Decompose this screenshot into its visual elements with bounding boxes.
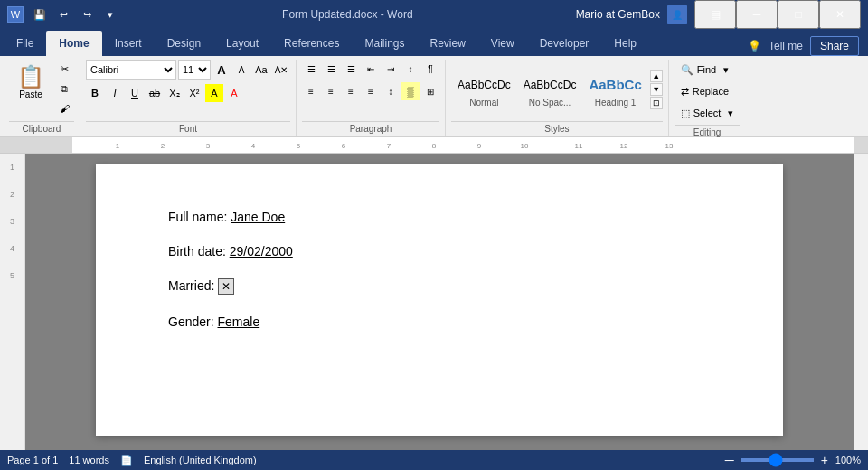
- tab-insert[interactable]: Insert: [102, 31, 155, 56]
- word-count: 11 words: [69, 455, 109, 465]
- bold-button[interactable]: B: [86, 84, 104, 102]
- para-row-1: ☰ ☰ ☰ ⇤ ⇥ ↕ ¶: [302, 60, 439, 78]
- document-area[interactable]: Full name: Jane Doe Birth date: 29/02/20…: [25, 154, 854, 450]
- style-normal-preview: AaBbCcDc: [458, 72, 511, 98]
- tab-layout[interactable]: Layout: [213, 31, 271, 56]
- styles-more[interactable]: ⊡: [650, 97, 663, 109]
- tab-developer[interactable]: Developer: [527, 31, 602, 56]
- customize-qat-button[interactable]: ▾: [101, 5, 119, 24]
- ruler-marks: 1 2 3 4 5 6 7 8 9 10 11 12 13: [72, 137, 854, 153]
- font-group-content: Calibri 11 A A Aa A✕ B I U ab X₂ X² A A: [86, 60, 290, 119]
- tab-file[interactable]: File: [4, 31, 46, 56]
- show-marks-button[interactable]: ¶: [421, 60, 439, 78]
- clipboard-group-content: 📋 Paste ✂ ⧉ 🖌: [9, 60, 74, 119]
- ruler-right-margin: [854, 137, 868, 153]
- redo-button[interactable]: ↪: [78, 5, 96, 24]
- ribbon-toggle-button[interactable]: ▤: [694, 0, 736, 29]
- font-size-select[interactable]: 11: [178, 60, 211, 80]
- strikethrough-button[interactable]: ab: [146, 84, 164, 102]
- format-painter-button[interactable]: 🖌: [54, 99, 74, 118]
- clipboard-group: 📋 Paste ✂ ⧉ 🖌 Clipboard: [4, 60, 80, 136]
- borders-button[interactable]: ⊞: [421, 82, 439, 100]
- fullname-label: Full name:: [168, 210, 231, 224]
- birthdate-value[interactable]: 29/02/2000: [230, 244, 293, 258]
- shrink-font-button[interactable]: A: [232, 61, 250, 79]
- birthdate-field: Birth date: 29/02/2000: [168, 244, 711, 258]
- main-area: 1 2 3 4 5 Full name: Jane Doe Birth date…: [0, 154, 868, 450]
- restore-button[interactable]: □: [778, 0, 819, 29]
- font-row-2: B I U ab X₂ X² A A: [86, 84, 243, 102]
- style-no-spacing[interactable]: AaBbCcDc No Spac...: [517, 70, 583, 110]
- increase-indent-button[interactable]: ⇥: [382, 60, 400, 78]
- subscript-button[interactable]: X₂: [165, 84, 184, 102]
- find-button[interactable]: 🔍 Find ▾: [675, 60, 741, 80]
- shading-button[interactable]: ▒: [401, 82, 420, 100]
- find-label: Find: [697, 64, 716, 75]
- select-arrow: ▾: [728, 108, 733, 119]
- decrease-indent-button[interactable]: ⇤: [362, 60, 380, 78]
- multilevel-button[interactable]: ☰: [342, 60, 360, 78]
- married-checkbox[interactable]: ✕: [218, 278, 234, 295]
- tab-help[interactable]: Help: [601, 31, 649, 56]
- gender-value[interactable]: Female: [217, 315, 259, 329]
- align-center-button[interactable]: ≡: [322, 82, 340, 100]
- paragraph-group: ☰ ☰ ☰ ⇤ ⇥ ↕ ¶ ≡ ≡ ≡ ≡ ↕ ▒ ⊞ Paragraph: [297, 60, 446, 136]
- paragraph-label: Paragraph: [302, 121, 439, 136]
- sort-button[interactable]: ↕: [401, 60, 420, 78]
- fullname-value[interactable]: Jane Doe: [231, 210, 285, 224]
- proofing-icon[interactable]: 📄: [120, 455, 133, 466]
- birthdate-label: Birth date:: [168, 244, 230, 258]
- find-arrow: ▾: [723, 64, 729, 76]
- status-bar-left: Page 1 of 1 11 words 📄 English (United K…: [7, 455, 257, 466]
- vertical-scrollbar[interactable]: [854, 154, 868, 450]
- zoom-in-button[interactable]: +: [821, 453, 828, 467]
- quick-access-toolbar: 💾 ↩ ↪ ▾: [31, 5, 119, 24]
- underline-button[interactable]: U: [126, 84, 144, 102]
- bullets-button[interactable]: ☰: [302, 60, 320, 78]
- tab-references[interactable]: References: [271, 31, 352, 56]
- font-color-button[interactable]: A: [225, 84, 243, 102]
- status-bar-right: ─ + 100%: [725, 453, 861, 467]
- font-family-select[interactable]: Calibri: [86, 60, 176, 80]
- tab-mailings[interactable]: Mailings: [352, 31, 417, 56]
- share-button[interactable]: Share: [810, 36, 859, 56]
- save-button[interactable]: 💾: [31, 5, 49, 24]
- italic-button[interactable]: I: [106, 84, 124, 102]
- font-label: Font: [86, 121, 290, 136]
- text-highlight-button[interactable]: A: [205, 84, 223, 102]
- justify-button[interactable]: ≡: [362, 82, 380, 100]
- undo-button[interactable]: ↩: [54, 5, 72, 24]
- replace-icon: ⇄: [681, 86, 689, 98]
- close-button[interactable]: ✕: [819, 0, 861, 29]
- superscript-button[interactable]: X²: [185, 84, 203, 102]
- style-normal-label: Normal: [469, 98, 498, 108]
- style-normal[interactable]: AaBbCcDc Normal: [451, 70, 517, 110]
- paste-button[interactable]: 📋 Paste: [9, 60, 52, 104]
- tab-design[interactable]: Design: [155, 31, 213, 56]
- married-label: Married:: [168, 278, 218, 293]
- minimize-button[interactable]: ─: [736, 0, 778, 29]
- gender-label: Gender:: [168, 315, 217, 329]
- clear-formatting-button[interactable]: A✕: [272, 61, 290, 79]
- title-bar-left: W 💾 ↩ ↪ ▾: [7, 5, 119, 24]
- grow-font-button[interactable]: A: [212, 61, 231, 79]
- tab-view[interactable]: View: [478, 31, 527, 56]
- zoom-slider[interactable]: [741, 458, 814, 462]
- replace-button[interactable]: ⇄ Replace: [675, 81, 741, 101]
- copy-button[interactable]: ⧉: [54, 80, 74, 98]
- align-left-button[interactable]: ≡: [302, 82, 320, 100]
- numbering-button[interactable]: ☰: [322, 60, 340, 78]
- style-heading1[interactable]: AaBbCc Heading 1: [582, 70, 647, 110]
- select-button[interactable]: ⬚ Select ▾: [675, 103, 741, 123]
- styles-scroll-down[interactable]: ▼: [650, 83, 663, 96]
- styles-scroll-up[interactable]: ▲: [650, 70, 663, 82]
- zoom-out-button[interactable]: ─: [725, 453, 734, 467]
- change-case-button[interactable]: Aa: [252, 61, 270, 79]
- language-info[interactable]: English (United Kingdom): [144, 455, 257, 465]
- tab-home[interactable]: Home: [46, 31, 101, 56]
- tab-review[interactable]: Review: [417, 31, 477, 56]
- line-spacing-button[interactable]: ↕: [382, 82, 400, 100]
- cut-button[interactable]: ✂: [54, 60, 74, 78]
- styles-scroll: ▲ ▼ ⊡: [650, 70, 663, 109]
- align-right-button[interactable]: ≡: [342, 82, 360, 100]
